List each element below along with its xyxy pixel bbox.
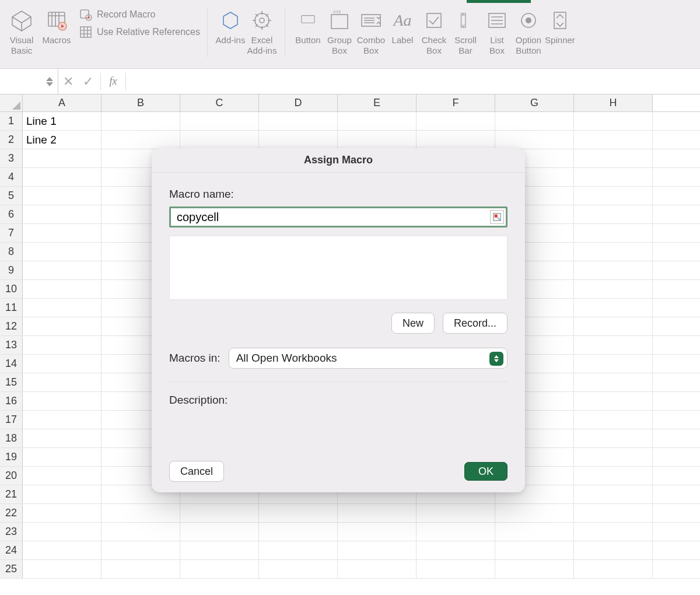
cell[interactable] xyxy=(102,131,180,149)
cell[interactable] xyxy=(495,541,574,559)
row-header[interactable]: 18 xyxy=(0,429,23,447)
column-header[interactable]: E xyxy=(338,94,416,111)
cell[interactable] xyxy=(23,280,102,298)
cell[interactable] xyxy=(259,541,338,559)
cell[interactable] xyxy=(23,168,102,186)
ribbon-ctrl-checkbox[interactable]: Check Box xyxy=(418,8,450,56)
cell[interactable] xyxy=(574,411,653,429)
macros-in-select[interactable]: All Open Workbooks xyxy=(229,348,508,369)
cell[interactable] xyxy=(574,504,653,522)
namebox-stepper-icon[interactable] xyxy=(46,77,54,86)
row-header[interactable]: 3 xyxy=(0,149,23,167)
row-header[interactable]: 6 xyxy=(0,205,23,223)
accept-formula-icon[interactable]: ✓ xyxy=(78,74,98,89)
row-header[interactable]: 11 xyxy=(0,299,23,317)
cell[interactable] xyxy=(416,560,495,578)
cell[interactable] xyxy=(259,131,338,149)
ribbon-excel-addins[interactable]: Excel Add-ins xyxy=(246,8,278,56)
cell[interactable] xyxy=(180,523,259,541)
row-header[interactable]: 2 xyxy=(0,131,23,149)
row-header[interactable]: 7 xyxy=(0,224,23,242)
cell[interactable] xyxy=(23,429,102,447)
row-header[interactable]: 25 xyxy=(0,560,23,578)
cell[interactable] xyxy=(180,504,259,522)
row-header[interactable]: 1 xyxy=(0,112,23,130)
row-header[interactable]: 16 xyxy=(0,392,23,410)
select-all-corner[interactable] xyxy=(0,94,23,111)
column-header[interactable]: F xyxy=(416,94,495,111)
ribbon-visual-basic[interactable]: Visual Basic xyxy=(6,8,37,56)
cell[interactable] xyxy=(416,541,495,559)
ribbon-ctrl-label[interactable]: Aa Label xyxy=(387,8,418,46)
cell[interactable] xyxy=(23,373,102,391)
cell[interactable] xyxy=(574,467,653,485)
cell[interactable] xyxy=(23,317,102,335)
cell[interactable] xyxy=(574,317,653,335)
cell[interactable] xyxy=(180,131,259,149)
cell[interactable] xyxy=(23,224,102,242)
name-box[interactable] xyxy=(0,69,58,94)
cell[interactable] xyxy=(574,448,653,466)
cell[interactable] xyxy=(180,541,259,559)
cell[interactable] xyxy=(574,261,653,279)
cell[interactable] xyxy=(574,149,653,167)
cell[interactable] xyxy=(574,392,653,410)
cell[interactable] xyxy=(574,112,653,130)
cell[interactable] xyxy=(23,523,102,541)
cell[interactable] xyxy=(259,523,338,541)
cell[interactable] xyxy=(23,448,102,466)
cell[interactable] xyxy=(416,112,495,130)
row-header[interactable]: 20 xyxy=(0,467,23,485)
row-header[interactable]: 5 xyxy=(0,187,23,205)
ribbon-addins[interactable]: Add-ins xyxy=(215,8,246,46)
cell[interactable] xyxy=(102,560,180,578)
cell[interactable] xyxy=(495,523,574,541)
cell[interactable] xyxy=(574,205,653,223)
cell[interactable] xyxy=(180,112,259,130)
cell[interactable] xyxy=(574,280,653,298)
row-header[interactable]: 22 xyxy=(0,504,23,522)
cell[interactable] xyxy=(574,560,653,578)
cell[interactable] xyxy=(574,299,653,317)
column-header[interactable]: A xyxy=(23,94,102,111)
column-header[interactable]: H xyxy=(574,94,653,111)
cell[interactable] xyxy=(23,411,102,429)
record-macro-button[interactable]: Record... xyxy=(443,313,508,334)
row-header[interactable]: 10 xyxy=(0,280,23,298)
cell[interactable] xyxy=(495,504,574,522)
cell[interactable] xyxy=(574,485,653,503)
cell[interactable] xyxy=(23,261,102,279)
cell[interactable] xyxy=(574,243,653,261)
cell[interactable] xyxy=(23,355,102,373)
cell[interactable] xyxy=(180,560,259,578)
cell[interactable] xyxy=(338,131,416,149)
cell[interactable] xyxy=(574,541,653,559)
column-header[interactable]: G xyxy=(495,94,574,111)
cell[interactable] xyxy=(338,523,416,541)
cell[interactable] xyxy=(574,373,653,391)
column-header[interactable]: C xyxy=(180,94,259,111)
row-header[interactable]: 15 xyxy=(0,373,23,391)
cell[interactable] xyxy=(259,560,338,578)
cell[interactable] xyxy=(338,541,416,559)
cell[interactable]: Line 1 xyxy=(23,112,102,130)
row-header[interactable]: 17 xyxy=(0,411,23,429)
range-picker-icon[interactable] xyxy=(490,210,504,224)
cell[interactable] xyxy=(23,467,102,485)
cell[interactable] xyxy=(23,485,102,503)
row-header[interactable]: 8 xyxy=(0,243,23,261)
cell[interactable] xyxy=(574,224,653,242)
cell[interactable] xyxy=(102,112,180,130)
cell[interactable] xyxy=(23,560,102,578)
cell[interactable]: Line 2 xyxy=(23,131,102,149)
cell[interactable] xyxy=(574,168,653,186)
cell[interactable] xyxy=(495,112,574,130)
cell[interactable] xyxy=(23,541,102,559)
ribbon-ctrl-combobox[interactable]: Combo Box xyxy=(355,8,387,56)
ribbon-macros[interactable]: Macros xyxy=(41,8,72,46)
cell[interactable] xyxy=(23,205,102,223)
row-header[interactable]: 4 xyxy=(0,168,23,186)
cell[interactable] xyxy=(23,336,102,354)
row-header[interactable]: 12 xyxy=(0,317,23,335)
cell[interactable] xyxy=(416,523,495,541)
